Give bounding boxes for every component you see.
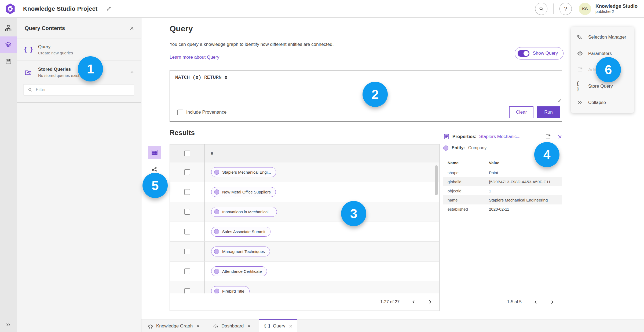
entity-pill[interactable]: Staplers Mechanical Engi... <box>211 167 276 177</box>
properties-prev-page-icon[interactable] <box>533 300 538 304</box>
tab-query[interactable]: { } Query <box>259 319 297 332</box>
property-value: 2020-02-11 <box>489 207 562 211</box>
row-checkbox-cell <box>170 182 205 202</box>
entity-pill[interactable]: Attendance Certificate <box>211 266 267 276</box>
close-panel-icon[interactable] <box>130 26 134 31</box>
query-contents-title: Query Contents <box>25 25 130 31</box>
close-tab-icon[interactable] <box>289 324 292 328</box>
folder-icon <box>24 69 33 76</box>
clear-button[interactable]: Clear <box>509 106 533 118</box>
table-row[interactable]: Sales Associate Summit <box>170 222 439 242</box>
properties-table: Name Value shape Point globalid {5D9B471… <box>443 161 562 214</box>
table-row[interactable]: New Metal Office Suppliers <box>170 182 439 202</box>
close-tab-icon[interactable] <box>247 324 251 328</box>
table-row[interactable]: Innovations in Mechanical... <box>170 202 439 222</box>
property-name: shape <box>448 170 489 175</box>
column-header-e: e <box>205 144 439 162</box>
property-row: globalid {5D9B4713-F98D-4A53-A59F-C11... <box>443 177 562 186</box>
menu-item-label: Selection Manager <box>588 35 626 40</box>
learn-more-link[interactable]: Learn more about Query <box>170 55 219 60</box>
help-button[interactable]: ? <box>559 3 572 15</box>
menu-item-label: Collapse <box>588 100 606 105</box>
entity-label: Entity: <box>452 146 465 150</box>
sidebar-item-query[interactable]: { } Query Create new queries <box>17 39 141 61</box>
row-checkbox[interactable] <box>184 189 190 195</box>
row-checkbox[interactable] <box>184 169 190 175</box>
close-properties-icon[interactable] <box>558 135 562 139</box>
editor-footer: Include Provenance Clear Run <box>170 103 562 121</box>
close-tab-icon[interactable] <box>196 324 200 328</box>
table-view-icon[interactable] <box>148 146 161 159</box>
add-to-selection-icon[interactable] <box>545 134 551 140</box>
app-header: Knowledge Studio Project ? KS Knowledge … <box>0 0 644 18</box>
toggle-switch[interactable] <box>518 50 529 57</box>
braces-icon: { } <box>576 81 583 92</box>
row-checkbox[interactable] <box>184 249 190 254</box>
entity-pill-label: Staplers Mechanical Engi... <box>222 170 271 174</box>
stored-queries-label: Stored Queries <box>38 67 79 72</box>
annotation-5: 5 <box>142 173 168 198</box>
property-row: established 2020-02-11 <box>443 204 562 214</box>
select-all-checkbox[interactable] <box>184 151 190 156</box>
property-name: established <box>448 207 489 211</box>
link-chart-rail-icon[interactable] <box>0 20 17 36</box>
save-rail-icon[interactable] <box>0 53 17 70</box>
table-row[interactable]: Managment Techniques <box>170 242 439 262</box>
filter-input[interactable] <box>36 87 130 92</box>
entity-pill[interactable]: Managment Techniques <box>211 247 270 256</box>
entity-value: Company <box>468 146 486 150</box>
edit-title-icon[interactable] <box>106 6 112 12</box>
table-row[interactable]: Staplers Mechanical Engi... <box>170 162 439 182</box>
row-entity-cell: Innovations in Mechanical... <box>205 202 439 222</box>
layers-rail-icon[interactable] <box>0 36 17 53</box>
annotation-3: 3 <box>341 201 366 226</box>
results-scrollbar-thumb[interactable] <box>435 165 438 195</box>
chevron-up-icon[interactable] <box>130 70 134 74</box>
tab-dashboard[interactable]: Dashboard <box>208 319 255 332</box>
properties-pagination: 1-5 of 5 <box>443 293 562 311</box>
run-button[interactable]: Run <box>537 106 560 118</box>
results-next-page-icon[interactable] <box>428 300 432 304</box>
properties-next-page-icon[interactable] <box>550 300 554 304</box>
resize-handle[interactable] <box>558 98 561 103</box>
entity-pill[interactable]: New Metal Office Suppliers <box>211 187 276 197</box>
annotation-6: 6 <box>596 57 621 82</box>
entity-pill[interactable]: Innovations in Mechanical... <box>211 207 277 217</box>
app-window: Knowledge Studio Project ? KS Knowledge … <box>0 0 644 332</box>
user-name: Knowledge Studio <box>595 3 638 9</box>
properties-range-label: 1-5 of 5 <box>507 300 522 304</box>
row-checkbox[interactable] <box>184 209 190 215</box>
expand-rail-icon[interactable] <box>0 322 17 328</box>
avatar[interactable]: KS <box>579 3 591 15</box>
stored-queries-sublabel: No stored queries exist <box>38 73 79 78</box>
row-checkbox-cell <box>170 281 205 293</box>
left-rail <box>0 18 17 332</box>
row-checkbox[interactable] <box>184 229 190 234</box>
entity-pill[interactable]: Firebird Title <box>211 286 250 293</box>
menu-item-selection-manager[interactable]: Selection Manager <box>571 29 634 45</box>
entity-dot-icon <box>214 249 219 254</box>
header-right: ? KS Knowledge Studio publisher2 <box>535 3 638 15</box>
properties-entity-link[interactable]: Staplers Mechanic... <box>479 134 521 139</box>
property-value: 1 <box>489 189 562 193</box>
property-name: objectid <box>448 189 489 193</box>
menu-item-collapse[interactable]: Collapse <box>571 94 634 111</box>
row-checkbox[interactable] <box>184 268 190 274</box>
selection-manager-icon <box>576 34 583 40</box>
add-box-icon <box>576 67 583 73</box>
braces-icon: { } <box>24 46 33 53</box>
row-checkbox[interactable] <box>184 288 190 293</box>
include-provenance-checkbox[interactable] <box>177 110 183 115</box>
table-row[interactable]: Firebird Title <box>170 281 439 293</box>
filter-field <box>24 84 134 95</box>
menu-item-label: Parameters <box>588 51 612 56</box>
entity-dot-icon <box>214 209 219 214</box>
table-row[interactable]: Attendance Certificate <box>170 262 439 281</box>
show-query-toggle[interactable]: Show Query <box>515 47 564 59</box>
tab-label: Knowledge Graph <box>156 323 193 329</box>
results-prev-page-icon[interactable] <box>411 300 416 304</box>
entity-pill[interactable]: Sales Associate Summit <box>211 227 270 237</box>
user-info[interactable]: Knowledge Studio publisher2 <box>595 3 638 14</box>
tab-knowledge-graph[interactable]: Knowledge Graph <box>143 319 204 332</box>
search-button[interactable] <box>535 3 547 15</box>
